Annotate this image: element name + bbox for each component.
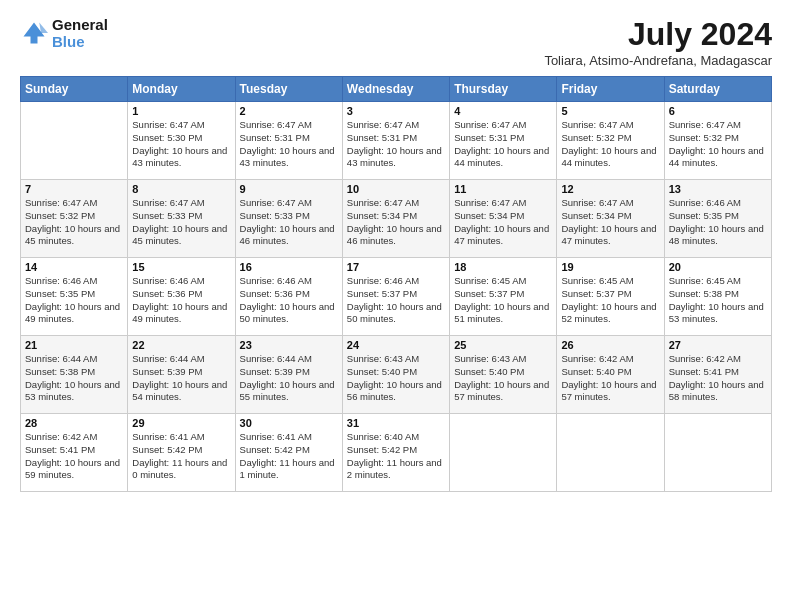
col-monday: Monday <box>128 77 235 102</box>
logo: General Blue <box>20 16 108 50</box>
table-row: 3 Sunrise: 6:47 AMSunset: 5:31 PMDayligh… <box>342 102 449 180</box>
cell-info: Sunrise: 6:47 AMSunset: 5:34 PMDaylight:… <box>454 197 552 248</box>
cell-date: 24 <box>347 339 445 351</box>
cell-info: Sunrise: 6:47 AMSunset: 5:31 PMDaylight:… <box>240 119 338 170</box>
cell-info: Sunrise: 6:47 AMSunset: 5:32 PMDaylight:… <box>669 119 767 170</box>
cell-date: 18 <box>454 261 552 273</box>
cell-date: 12 <box>561 183 659 195</box>
cell-info: Sunrise: 6:47 AMSunset: 5:31 PMDaylight:… <box>347 119 445 170</box>
cell-info: Sunrise: 6:41 AMSunset: 5:42 PMDaylight:… <box>132 431 230 482</box>
calendar-week-row: 1 Sunrise: 6:47 AMSunset: 5:30 PMDayligh… <box>21 102 772 180</box>
cell-info: Sunrise: 6:42 AMSunset: 5:41 PMDaylight:… <box>25 431 123 482</box>
cell-info: Sunrise: 6:44 AMSunset: 5:39 PMDaylight:… <box>240 353 338 404</box>
table-row: 18 Sunrise: 6:45 AMSunset: 5:37 PMDaylig… <box>450 258 557 336</box>
cell-date: 19 <box>561 261 659 273</box>
cell-date: 22 <box>132 339 230 351</box>
cell-info: Sunrise: 6:47 AMSunset: 5:30 PMDaylight:… <box>132 119 230 170</box>
table-row <box>21 102 128 180</box>
table-row: 2 Sunrise: 6:47 AMSunset: 5:31 PMDayligh… <box>235 102 342 180</box>
table-row: 5 Sunrise: 6:47 AMSunset: 5:32 PMDayligh… <box>557 102 664 180</box>
table-row: 11 Sunrise: 6:47 AMSunset: 5:34 PMDaylig… <box>450 180 557 258</box>
cell-info: Sunrise: 6:47 AMSunset: 5:33 PMDaylight:… <box>240 197 338 248</box>
title-block: July 2024 Toliara, Atsimo-Andrefana, Mad… <box>544 16 772 68</box>
month-year: July 2024 <box>544 16 772 53</box>
table-row: 27 Sunrise: 6:42 AMSunset: 5:41 PMDaylig… <box>664 336 771 414</box>
col-wednesday: Wednesday <box>342 77 449 102</box>
calendar-week-row: 14 Sunrise: 6:46 AMSunset: 5:35 PMDaylig… <box>21 258 772 336</box>
cell-info: Sunrise: 6:46 AMSunset: 5:37 PMDaylight:… <box>347 275 445 326</box>
table-row <box>664 414 771 492</box>
cell-info: Sunrise: 6:46 AMSunset: 5:35 PMDaylight:… <box>669 197 767 248</box>
table-row: 28 Sunrise: 6:42 AMSunset: 5:41 PMDaylig… <box>21 414 128 492</box>
cell-info: Sunrise: 6:42 AMSunset: 5:40 PMDaylight:… <box>561 353 659 404</box>
cell-date: 16 <box>240 261 338 273</box>
cell-date: 2 <box>240 105 338 117</box>
cell-info: Sunrise: 6:46 AMSunset: 5:35 PMDaylight:… <box>25 275 123 326</box>
cell-date: 26 <box>561 339 659 351</box>
cell-date: 6 <box>669 105 767 117</box>
col-tuesday: Tuesday <box>235 77 342 102</box>
table-row: 29 Sunrise: 6:41 AMSunset: 5:42 PMDaylig… <box>128 414 235 492</box>
cell-info: Sunrise: 6:43 AMSunset: 5:40 PMDaylight:… <box>347 353 445 404</box>
cell-info: Sunrise: 6:47 AMSunset: 5:32 PMDaylight:… <box>25 197 123 248</box>
table-row: 22 Sunrise: 6:44 AMSunset: 5:39 PMDaylig… <box>128 336 235 414</box>
table-row: 16 Sunrise: 6:46 AMSunset: 5:36 PMDaylig… <box>235 258 342 336</box>
page: General Blue July 2024 Toliara, Atsimo-A… <box>0 0 792 612</box>
cell-date: 25 <box>454 339 552 351</box>
cell-date: 5 <box>561 105 659 117</box>
table-row: 8 Sunrise: 6:47 AMSunset: 5:33 PMDayligh… <box>128 180 235 258</box>
cell-info: Sunrise: 6:46 AMSunset: 5:36 PMDaylight:… <box>240 275 338 326</box>
logo-text: General Blue <box>52 16 108 50</box>
cell-info: Sunrise: 6:44 AMSunset: 5:38 PMDaylight:… <box>25 353 123 404</box>
cell-date: 14 <box>25 261 123 273</box>
cell-date: 1 <box>132 105 230 117</box>
cell-info: Sunrise: 6:46 AMSunset: 5:36 PMDaylight:… <box>132 275 230 326</box>
cell-date: 9 <box>240 183 338 195</box>
table-row: 19 Sunrise: 6:45 AMSunset: 5:37 PMDaylig… <box>557 258 664 336</box>
col-saturday: Saturday <box>664 77 771 102</box>
cell-date: 29 <box>132 417 230 429</box>
cell-date: 7 <box>25 183 123 195</box>
cell-date: 27 <box>669 339 767 351</box>
cell-date: 31 <box>347 417 445 429</box>
cell-info: Sunrise: 6:42 AMSunset: 5:41 PMDaylight:… <box>669 353 767 404</box>
table-row: 6 Sunrise: 6:47 AMSunset: 5:32 PMDayligh… <box>664 102 771 180</box>
table-row: 23 Sunrise: 6:44 AMSunset: 5:39 PMDaylig… <box>235 336 342 414</box>
cell-date: 4 <box>454 105 552 117</box>
table-row: 15 Sunrise: 6:46 AMSunset: 5:36 PMDaylig… <box>128 258 235 336</box>
table-row: 12 Sunrise: 6:47 AMSunset: 5:34 PMDaylig… <box>557 180 664 258</box>
cell-info: Sunrise: 6:47 AMSunset: 5:32 PMDaylight:… <box>561 119 659 170</box>
cell-date: 17 <box>347 261 445 273</box>
table-row: 31 Sunrise: 6:40 AMSunset: 5:42 PMDaylig… <box>342 414 449 492</box>
cell-date: 30 <box>240 417 338 429</box>
calendar-week-row: 7 Sunrise: 6:47 AMSunset: 5:32 PMDayligh… <box>21 180 772 258</box>
table-row: 30 Sunrise: 6:41 AMSunset: 5:42 PMDaylig… <box>235 414 342 492</box>
calendar-table: Sunday Monday Tuesday Wednesday Thursday… <box>20 76 772 492</box>
cell-info: Sunrise: 6:47 AMSunset: 5:33 PMDaylight:… <box>132 197 230 248</box>
cell-date: 10 <box>347 183 445 195</box>
col-thursday: Thursday <box>450 77 557 102</box>
table-row: 4 Sunrise: 6:47 AMSunset: 5:31 PMDayligh… <box>450 102 557 180</box>
cell-date: 13 <box>669 183 767 195</box>
table-row <box>557 414 664 492</box>
cell-date: 11 <box>454 183 552 195</box>
cell-date: 21 <box>25 339 123 351</box>
cell-date: 28 <box>25 417 123 429</box>
col-sunday: Sunday <box>21 77 128 102</box>
table-row: 21 Sunrise: 6:44 AMSunset: 5:38 PMDaylig… <box>21 336 128 414</box>
cell-info: Sunrise: 6:44 AMSunset: 5:39 PMDaylight:… <box>132 353 230 404</box>
cell-info: Sunrise: 6:43 AMSunset: 5:40 PMDaylight:… <box>454 353 552 404</box>
calendar-week-row: 21 Sunrise: 6:44 AMSunset: 5:38 PMDaylig… <box>21 336 772 414</box>
table-row: 25 Sunrise: 6:43 AMSunset: 5:40 PMDaylig… <box>450 336 557 414</box>
table-row: 7 Sunrise: 6:47 AMSunset: 5:32 PMDayligh… <box>21 180 128 258</box>
table-row: 24 Sunrise: 6:43 AMSunset: 5:40 PMDaylig… <box>342 336 449 414</box>
cell-info: Sunrise: 6:45 AMSunset: 5:37 PMDaylight:… <box>561 275 659 326</box>
calendar-week-row: 28 Sunrise: 6:42 AMSunset: 5:41 PMDaylig… <box>21 414 772 492</box>
table-row: 9 Sunrise: 6:47 AMSunset: 5:33 PMDayligh… <box>235 180 342 258</box>
cell-info: Sunrise: 6:41 AMSunset: 5:42 PMDaylight:… <box>240 431 338 482</box>
cell-info: Sunrise: 6:45 AMSunset: 5:38 PMDaylight:… <box>669 275 767 326</box>
col-friday: Friday <box>557 77 664 102</box>
table-row: 10 Sunrise: 6:47 AMSunset: 5:34 PMDaylig… <box>342 180 449 258</box>
cell-info: Sunrise: 6:40 AMSunset: 5:42 PMDaylight:… <box>347 431 445 482</box>
header: General Blue July 2024 Toliara, Atsimo-A… <box>20 16 772 68</box>
